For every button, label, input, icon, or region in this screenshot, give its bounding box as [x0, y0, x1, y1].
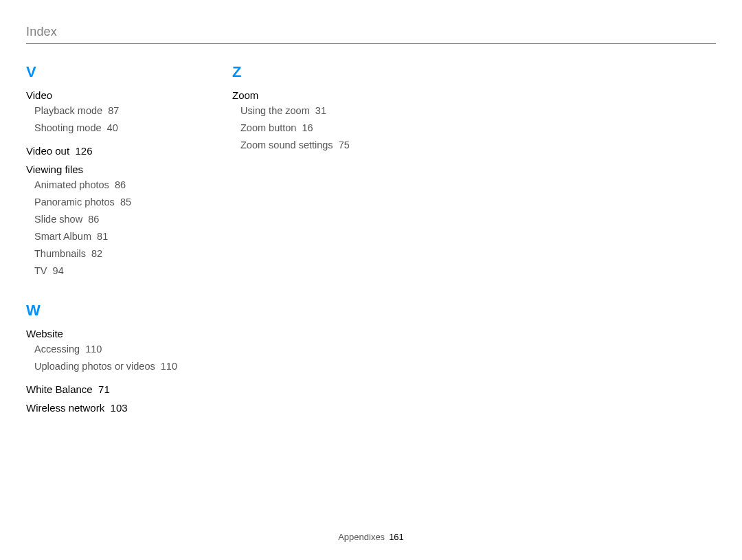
- sub-label: Animated photos: [34, 179, 109, 190]
- sub-label: Slide show: [34, 214, 82, 225]
- topic-label: White Balance: [26, 383, 93, 395]
- sub-page: 86: [115, 179, 126, 190]
- sub-using-zoom[interactable]: Using the zoom 31: [240, 104, 390, 118]
- topic-video-title: Video: [26, 89, 184, 101]
- sub-page: 110: [85, 344, 102, 355]
- topic-white-balance[interactable]: White Balance 71: [26, 383, 184, 395]
- header-divider: [26, 43, 716, 44]
- sub-shooting-mode[interactable]: Shooting mode 40: [34, 121, 184, 135]
- index-column-2: Z Zoom Using the zoom 31 Zoom button 16 …: [232, 63, 390, 415]
- page-title: Index: [26, 25, 716, 39]
- sub-page: 40: [107, 122, 118, 133]
- sub-label: Accessing: [34, 344, 80, 355]
- topic-page: 103: [111, 402, 128, 414]
- topic-video: Video Playback mode 87 Shooting mode 40: [26, 89, 184, 135]
- sub-label: Zoom sound settings: [240, 139, 333, 150]
- sub-smart-album[interactable]: Smart Album 81: [34, 229, 184, 244]
- sub-page: 86: [88, 214, 99, 225]
- topic-viewing-files: Viewing files Animated photos 86 Panoram…: [26, 164, 184, 278]
- topic-zoom: Zoom Using the zoom 31 Zoom button 16 Zo…: [232, 89, 390, 153]
- topic-label: Video out: [26, 145, 69, 157]
- sub-label: Thumbnails: [34, 248, 86, 259]
- sub-accessing[interactable]: Accessing 110: [34, 342, 184, 357]
- sub-page: 110: [161, 361, 177, 372]
- sub-label: Using the zoom: [240, 105, 310, 116]
- sub-page: 82: [91, 248, 102, 259]
- topic-website-title: Website: [26, 328, 184, 339]
- sub-page: 16: [302, 122, 313, 133]
- sub-page: 81: [97, 231, 108, 242]
- section-letter-w: W: [26, 302, 184, 320]
- sub-label: TV: [34, 265, 47, 276]
- topic-video-out[interactable]: Video out 126: [26, 145, 184, 157]
- sub-label: Panoramic photos: [34, 197, 115, 208]
- index-page: Index V Video Playback mode 87 Shooting …: [0, 0, 742, 560]
- topic-label: Wireless network: [26, 402, 104, 414]
- sub-page: 75: [339, 139, 350, 150]
- section-letter-z: Z: [232, 63, 390, 81]
- sub-page: 31: [315, 105, 326, 116]
- footer-section: Appendixes: [338, 532, 385, 542]
- sub-animated-photos[interactable]: Animated photos 86: [34, 178, 184, 192]
- sub-label: Playback mode: [34, 105, 102, 116]
- footer-page-number: 161: [389, 532, 404, 542]
- index-column-1: V Video Playback mode 87 Shooting mode 4…: [26, 63, 184, 415]
- topic-website: Website Accessing 110 Uploading photos o…: [26, 328, 184, 374]
- sub-label: Uploading photos or videos: [34, 361, 155, 372]
- topic-page: 71: [98, 383, 110, 395]
- sub-thumbnails[interactable]: Thumbnails 82: [34, 247, 184, 261]
- section-letter-v: V: [26, 63, 184, 81]
- sub-page: 94: [53, 265, 64, 276]
- sub-slide-show[interactable]: Slide show 86: [34, 212, 184, 227]
- topic-page: 126: [75, 145, 92, 157]
- sub-zoom-button[interactable]: Zoom button 16: [240, 121, 390, 135]
- sub-uploading[interactable]: Uploading photos or videos 110: [34, 359, 184, 374]
- topic-wireless-network[interactable]: Wireless network 103: [26, 402, 184, 414]
- sub-page: 85: [120, 197, 131, 208]
- sub-page: 87: [108, 105, 119, 116]
- sub-label: Zoom button: [240, 122, 296, 133]
- sub-label: Shooting mode: [34, 122, 102, 133]
- sub-tv[interactable]: TV 94: [34, 264, 184, 278]
- sub-playback-mode[interactable]: Playback mode 87: [34, 104, 184, 118]
- sub-label: Smart Album: [34, 231, 91, 242]
- sub-zoom-sound[interactable]: Zoom sound settings 75: [240, 138, 390, 153]
- page-footer: Appendixes161: [0, 532, 742, 542]
- topic-viewing-files-title: Viewing files: [26, 164, 184, 175]
- index-columns: V Video Playback mode 87 Shooting mode 4…: [26, 63, 716, 415]
- topic-zoom-title: Zoom: [232, 89, 390, 101]
- sub-panoramic-photos[interactable]: Panoramic photos 85: [34, 195, 184, 210]
